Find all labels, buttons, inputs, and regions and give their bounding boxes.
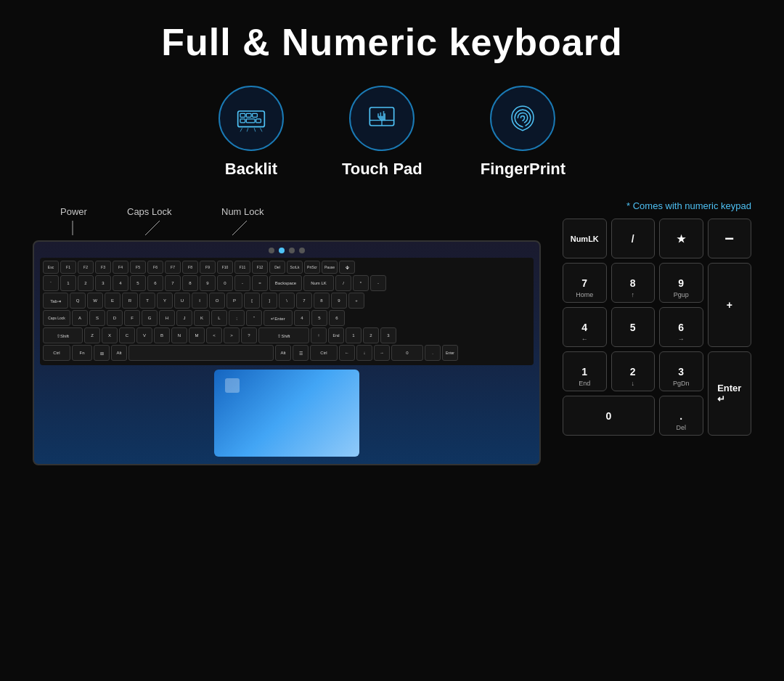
key-f12[interactable]: F12 [252,261,268,274]
key-j[interactable]: J [176,310,192,326]
key-f11[interactable]: F11 [234,261,250,274]
key-8[interactable]: 8 [182,275,198,291]
key-np-4[interactable]: 4 [294,310,310,326]
key-5[interactable]: 5 [130,275,146,291]
nkey-5[interactable]: 5 [611,307,656,347]
key-power[interactable]: ⏻ [339,261,355,274]
key-b[interactable]: B [154,327,170,343]
key-np-star[interactable]: * [353,275,369,291]
key-q[interactable]: Q [70,293,86,309]
key-rbracket[interactable]: ] [261,293,277,309]
key-f10[interactable]: F10 [217,261,233,274]
key-esc[interactable]: Esc [43,261,59,274]
key-u[interactable]: U [174,293,190,309]
key-np-enter[interactable]: Enter [442,345,458,361]
key-delete[interactable]: Del [269,261,285,274]
nkey-1[interactable]: 1End [563,351,607,391]
key-equals[interactable]: = [252,275,268,291]
nkey-8[interactable]: 8↑ [611,263,656,303]
nkey-minus[interactable]: − [708,219,752,258]
key-w[interactable]: W [87,293,103,309]
nkey-numlk[interactable]: NumLK [563,219,607,258]
key-f5[interactable]: F5 [130,261,146,274]
nkey-enter[interactable]: Enter↵ [708,351,752,436]
key-f7[interactable]: F7 [165,261,181,274]
key-semicolon[interactable]: ; [229,310,245,326]
nkey-2[interactable]: 2↓ [611,351,656,391]
key-lbracket[interactable]: [ [244,293,260,309]
key-right[interactable]: → [374,345,390,361]
key-s[interactable]: S [89,310,105,326]
key-up[interactable]: ↑ [311,327,327,343]
key-0[interactable]: 0 [217,275,233,291]
key-d[interactable]: D [107,310,123,326]
key-3[interactable]: 3 [95,275,111,291]
key-2[interactable]: 2 [78,275,94,291]
key-f2[interactable]: F2 [78,261,94,274]
key-quote[interactable]: " [246,310,262,326]
key-x[interactable]: X [102,327,118,343]
key-np-5[interactable]: 5 [311,310,327,326]
key-end[interactable]: End [328,327,344,343]
key-h[interactable]: H [159,310,175,326]
key-ctrl-right[interactable]: Ctrl [310,345,338,361]
key-y[interactable]: Y [157,293,173,309]
key-win[interactable]: ⊞ [94,345,110,361]
nkey-star[interactable]: ★ [659,219,703,258]
key-np-6[interactable]: 6 [329,310,345,326]
key-period[interactable]: > [224,327,240,343]
key-pause[interactable]: Pause [322,261,338,274]
key-prtscr[interactable]: PrtScr [304,261,320,274]
key-np-0[interactable]: 0 [391,345,423,361]
key-np-minus[interactable]: - [370,275,386,291]
nkey-9[interactable]: 9Pgup [659,263,703,303]
key-t[interactable]: T [139,293,155,309]
key-i[interactable]: I [192,293,208,309]
key-r[interactable]: R [122,293,138,309]
nkey-slash[interactable]: / [611,219,656,258]
key-a[interactable]: A [72,310,88,326]
touchpad[interactable] [214,370,359,457]
key-fn[interactable]: Fn [72,345,92,361]
key-f4[interactable]: F4 [113,261,128,274]
key-backslash[interactable]: \ [279,293,295,309]
key-numlk[interactable]: Num LK [303,275,334,291]
key-1[interactable]: 1 [60,275,76,291]
nkey-plus[interactable]: + [708,263,752,347]
key-z[interactable]: Z [84,327,100,343]
key-k[interactable]: K [194,310,210,326]
key-down[interactable]: ↓ [356,345,372,361]
key-c[interactable]: C [119,327,135,343]
nkey-0[interactable]: 0 [563,396,655,436]
key-f3[interactable]: F3 [95,261,111,274]
key-menu[interactable]: ☰ [293,345,309,361]
key-tab[interactable]: Tab⇥ [43,293,68,309]
key-minus[interactable]: - [234,275,250,291]
key-np-8[interactable]: 8 [314,293,330,309]
nkey-3[interactable]: 3PgDn [659,351,703,391]
key-slash[interactable]: ? [241,327,257,343]
key-enter[interactable]: ↵Enter [264,310,293,326]
key-ctrl-left[interactable]: Ctrl [43,345,70,361]
key-o[interactable]: O [209,293,225,309]
key-l[interactable]: L [211,310,227,326]
key-caps-lock[interactable]: Caps Lock [43,310,70,326]
key-e[interactable]: E [105,293,121,309]
key-9[interactable]: 9 [200,275,216,291]
key-f6[interactable]: F6 [147,261,163,274]
key-v[interactable]: V [136,327,152,343]
key-7[interactable]: 7 [165,275,181,291]
key-shift-right[interactable]: ⇧Shift [258,327,309,343]
key-np-2[interactable]: 2 [363,327,379,343]
key-p[interactable]: P [226,293,242,309]
nkey-6[interactable]: 6→ [659,307,703,347]
key-backtick[interactable]: ` [43,275,59,291]
key-alt-right[interactable]: Alt [275,345,291,361]
key-np-slash[interactable]: / [335,275,351,291]
nkey-4[interactable]: 4← [563,307,607,347]
key-left[interactable]: ← [339,345,355,361]
key-6[interactable]: 6 [147,275,163,291]
key-comma[interactable]: < [206,327,222,343]
nkey-7[interactable]: 7Home [563,263,607,303]
key-alt-left[interactable]: Alt [111,345,127,361]
